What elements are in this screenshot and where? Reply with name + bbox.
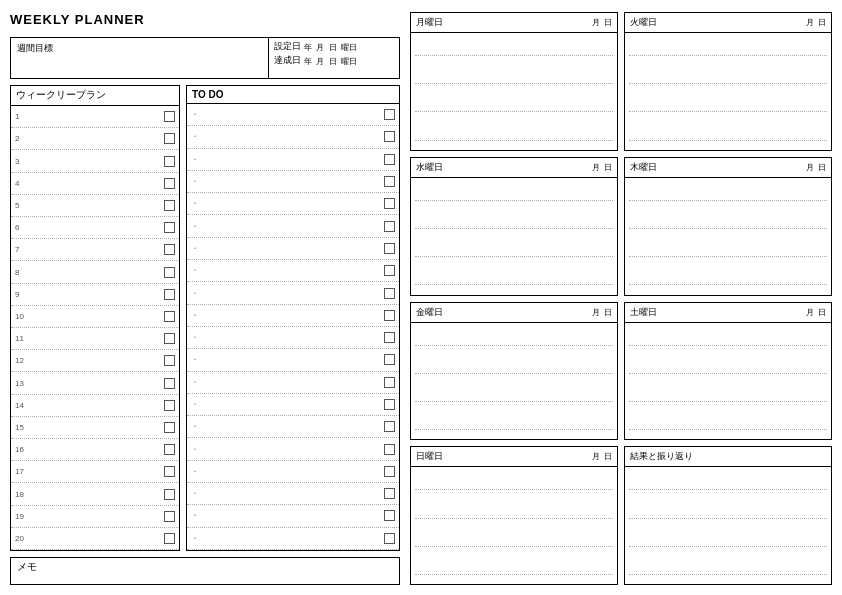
todo-item: ・ — [187, 349, 399, 371]
item-checkbox[interactable] — [164, 333, 175, 344]
results-line — [629, 476, 827, 490]
todo-checkbox[interactable] — [384, 399, 395, 410]
day-content — [625, 178, 831, 295]
todo-checkbox[interactable] — [384, 533, 395, 544]
item-checkbox[interactable] — [164, 156, 175, 167]
day-name: 土曜日 — [630, 306, 802, 319]
item-number: 2 — [15, 134, 31, 143]
item-checkbox[interactable] — [164, 178, 175, 189]
item-checkbox[interactable] — [164, 511, 175, 522]
todo-checkbox[interactable] — [384, 332, 395, 343]
day-content — [411, 323, 617, 440]
goal-dates: 設定日 年 月 日 曜日 達成日 年 月 日 曜日 — [269, 38, 399, 78]
item-checkbox[interactable] — [164, 489, 175, 500]
day-line — [415, 42, 613, 56]
todo-item: ・ — [187, 461, 399, 483]
plan-item: 18 — [11, 483, 179, 505]
todo-checkbox[interactable] — [384, 421, 395, 432]
todo-item: ・ — [187, 438, 399, 460]
item-number: 9 — [15, 290, 31, 299]
todo-bullet: ・ — [191, 510, 203, 521]
todo-checkbox[interactable] — [384, 510, 395, 521]
todo-item: ・ — [187, 394, 399, 416]
item-checkbox[interactable] — [164, 400, 175, 411]
todo-checkbox[interactable] — [384, 354, 395, 365]
todo-checkbox[interactable] — [384, 466, 395, 477]
day-header: 土曜日 月 日 — [625, 303, 831, 323]
todo-checkbox[interactable] — [384, 377, 395, 388]
set-date-label: 設定日 — [274, 41, 302, 53]
day-content — [411, 33, 617, 150]
todo-item: ・ — [187, 416, 399, 438]
todo-header: TO DO — [187, 86, 399, 104]
day-name: 月曜日 — [416, 16, 588, 29]
item-checkbox[interactable] — [164, 289, 175, 300]
todo-item: ・ — [187, 305, 399, 327]
todo-checkbox[interactable] — [384, 221, 395, 232]
day-line — [415, 476, 613, 490]
day-header: 火曜日 月 日 — [625, 13, 831, 33]
todo-checkbox[interactable] — [384, 176, 395, 187]
item-checkbox[interactable] — [164, 378, 175, 389]
day-box-火曜日: 火曜日 月 日 — [624, 12, 832, 151]
item-checkbox[interactable] — [164, 267, 175, 278]
plan-todo-row: ウィークリープラン 1 2 3 4 5 6 7 — [10, 85, 400, 551]
page-title: WEEKLY PLANNER — [10, 12, 400, 27]
todo-checkbox[interactable] — [384, 109, 395, 120]
todo-item: ・ — [187, 171, 399, 193]
todo-checkbox[interactable] — [384, 265, 395, 276]
todo-bullet: ・ — [191, 421, 203, 432]
day-month-label: 月 — [592, 307, 600, 318]
day-date-label: 日 — [604, 162, 612, 173]
todo-bullet: ・ — [191, 466, 203, 477]
memo-label: メモ — [17, 561, 37, 572]
todo-checkbox[interactable] — [384, 488, 395, 499]
item-checkbox[interactable] — [164, 222, 175, 233]
day-line — [629, 332, 827, 346]
day-line — [629, 70, 827, 84]
plan-item: 15 — [11, 417, 179, 439]
todo-bullet: ・ — [191, 243, 203, 254]
plan-item: 2 — [11, 128, 179, 150]
todo-checkbox[interactable] — [384, 198, 395, 209]
todo-bullet: ・ — [191, 221, 203, 232]
item-checkbox[interactable] — [164, 111, 175, 122]
todo-item: ・ — [187, 505, 399, 527]
item-checkbox[interactable] — [164, 466, 175, 477]
plan-item: 16 — [11, 439, 179, 461]
item-checkbox[interactable] — [164, 422, 175, 433]
plan-item: 5 — [11, 195, 179, 217]
todo-checkbox[interactable] — [384, 444, 395, 455]
day-header: 木曜日 月 日 — [625, 158, 831, 178]
item-number: 7 — [15, 245, 31, 254]
item-checkbox[interactable] — [164, 311, 175, 322]
plan-item: 14 — [11, 395, 179, 417]
todo-checkbox[interactable] — [384, 310, 395, 321]
item-number: 8 — [15, 268, 31, 277]
todo-checkbox[interactable] — [384, 288, 395, 299]
todo-checkbox[interactable] — [384, 131, 395, 142]
day-name: 水曜日 — [416, 161, 588, 174]
day-line — [415, 561, 613, 575]
results-line — [629, 561, 827, 575]
plan-item: 10 — [11, 306, 179, 328]
item-checkbox[interactable] — [164, 200, 175, 211]
todo-checkbox[interactable] — [384, 154, 395, 165]
item-checkbox[interactable] — [164, 244, 175, 255]
item-checkbox[interactable] — [164, 533, 175, 544]
item-number: 12 — [15, 356, 31, 365]
goal-section: 週間目標 設定日 年 月 日 曜日 達成日 年 月 日 曜日 — [10, 37, 400, 79]
item-checkbox[interactable] — [164, 133, 175, 144]
plan-items: 1 2 3 4 5 6 7 8 — [11, 106, 179, 550]
todo-checkbox[interactable] — [384, 243, 395, 254]
item-number: 5 — [15, 201, 31, 210]
item-number: 20 — [15, 534, 31, 543]
item-checkbox[interactable] — [164, 355, 175, 366]
todo-item: ・ — [187, 528, 399, 550]
day-box-土曜日: 土曜日 月 日 — [624, 302, 832, 441]
day-name: 日曜日 — [416, 450, 588, 463]
item-checkbox[interactable] — [164, 444, 175, 455]
day-month-label: 月 — [806, 307, 814, 318]
results-header: 結果と振り返り — [625, 447, 831, 467]
todo-item: ・ — [187, 193, 399, 215]
